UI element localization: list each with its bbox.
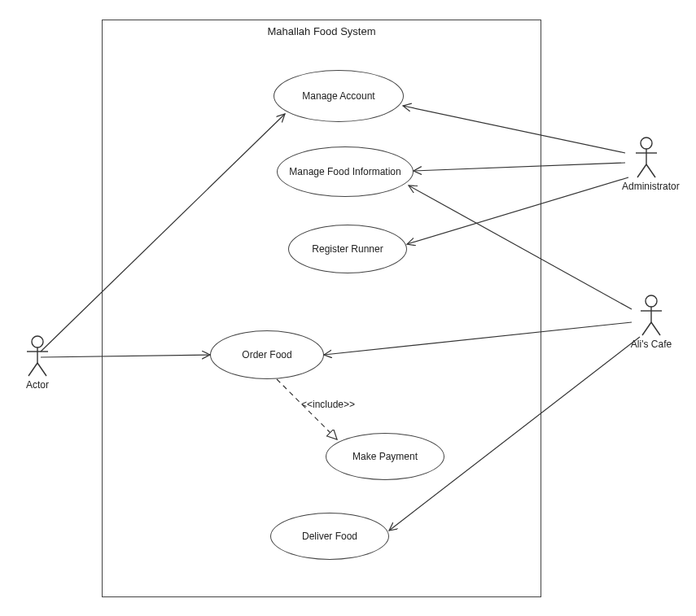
svg-point-0 [32, 336, 43, 347]
svg-line-4 [37, 363, 46, 376]
actor-administrator: Administrator [622, 137, 671, 192]
svg-line-9 [646, 164, 655, 177]
diagram-canvas: Mahallah Food System Manage Account Mana… [0, 0, 696, 616]
actor-label: Ali's Cafe [627, 339, 676, 350]
usecase-label: Manage Food Information [289, 166, 401, 177]
actor-icon [637, 295, 665, 337]
svg-line-13 [642, 322, 651, 335]
actor-label: Administrator [622, 181, 671, 192]
usecase-manage-account: Manage Account [274, 70, 404, 122]
system-title: Mahallah Food System [103, 25, 541, 37]
usecase-order-food: Order Food [210, 330, 324, 379]
usecase-label: Register Runner [312, 243, 383, 255]
stereotype-include-label: <<include>> [301, 399, 355, 410]
usecase-label: Make Payment [352, 451, 418, 462]
svg-line-14 [651, 322, 660, 335]
actor-label: Actor [13, 379, 62, 391]
usecase-register-runner: Register Runner [288, 225, 407, 273]
actor-left: Actor [13, 335, 62, 391]
svg-point-10 [646, 295, 657, 307]
usecase-label: Order Food [242, 349, 291, 360]
usecase-make-payment: Make Payment [326, 433, 444, 480]
svg-point-5 [641, 138, 652, 149]
actor-icon [633, 137, 660, 179]
actor-alis-cafe: Ali's Cafe [627, 295, 676, 350]
actor-icon [24, 335, 51, 378]
usecase-deliver-food: Deliver Food [270, 513, 389, 560]
usecase-label: Deliver Food [302, 531, 357, 542]
svg-line-8 [637, 164, 646, 177]
svg-line-3 [28, 363, 37, 376]
usecase-manage-food-information: Manage Food Information [277, 146, 414, 197]
usecase-label: Manage Account [302, 90, 374, 102]
